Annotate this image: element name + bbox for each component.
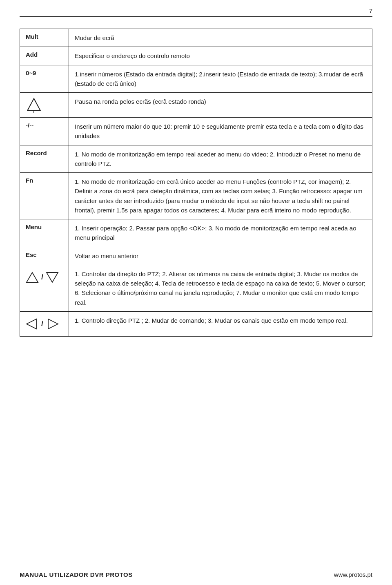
table-row: -/-- Inserir um número maior do que 10: … — [20, 118, 372, 145]
desc-text: 1. Inserir operação; 2. Passar para opçã… — [75, 225, 356, 241]
key-label: Add — [26, 51, 38, 58]
triangle-up-icon — [26, 272, 39, 283]
desc-cell: Inserir um número maior do que 10: premi… — [69, 118, 372, 145]
table-row: Add Especificar o endereço do controlo r… — [20, 47, 372, 65]
key-cell: 0~9 — [20, 65, 69, 93]
arrow-up-cell — [26, 97, 63, 113]
desc-cell: Voltar ao menu anterior — [69, 247, 372, 265]
table-row: Fn 1. No modo de monitorização em ecrã ú… — [20, 173, 372, 219]
desc-cell: 1.inserir números (Estado da entrada dig… — [69, 65, 372, 93]
slash-separator: / — [41, 319, 43, 328]
footer-right-text: www.protos.pt — [334, 571, 372, 578]
key-label: Menu — [26, 223, 42, 230]
key-cell — [20, 93, 69, 118]
desc-cell: Especificar o endereço do controlo remot… — [69, 47, 372, 65]
svg-marker-0 — [27, 98, 40, 111]
desc-text: 1. Controlo direção PTZ ; 2. Mudar de co… — [75, 317, 348, 324]
svg-marker-4 — [27, 319, 36, 329]
footer-bar: MANUAL UTILIZADOR DVR PROTOS www.protos.… — [0, 564, 392, 585]
desc-cell: 1. Controlar da direção do PTZ; 2. Alter… — [69, 265, 372, 311]
key-label: Fn — [26, 177, 33, 184]
page-wrapper: 7 Mult Mudar de ecrã Add Especificar o e… — [0, 0, 392, 585]
key-label: Esc — [26, 251, 37, 258]
footer-left-text: MANUAL UTILIZADOR DVR PROTOS — [20, 571, 133, 578]
key-cell: / — [20, 265, 69, 311]
table-row: Record 1. No modo de monitorização em te… — [20, 145, 372, 173]
table-row: Pausa na ronda pelos ecrãs (ecrã estado … — [20, 93, 372, 118]
key-cell: Menu — [20, 219, 69, 247]
lr-icons-cell: / — [26, 316, 63, 332]
desc-cell: 1. Inserir operação; 2. Passar para opçã… — [69, 219, 372, 247]
desc-cell: 1. No modo de monitorização em ecrã únic… — [69, 173, 372, 219]
page-number: 7 — [369, 7, 372, 14]
desc-text: 1. No modo de monitorização em ecrã únic… — [75, 178, 363, 214]
desc-text: 1. No modo de monitorização em tempo rea… — [75, 151, 361, 167]
key-label: Record — [26, 150, 47, 156]
triangle-down-icon — [46, 272, 59, 283]
desc-text: 1.inserir números (Estado da entrada dig… — [75, 71, 363, 87]
key-label: -/-- — [26, 122, 33, 129]
key-cell: Record — [20, 145, 69, 173]
desc-cell: Pausa na ronda pelos ecrãs (ecrã estado … — [69, 93, 372, 118]
key-cell: Esc — [20, 247, 69, 265]
tri-icons-cell: / — [26, 269, 63, 286]
desc-text: Voltar ao menu anterior — [75, 252, 138, 259]
desc-text: 1. Controlar da direção do PTZ; 2. Alter… — [75, 270, 365, 306]
key-label: Mult — [26, 33, 38, 40]
svg-marker-5 — [48, 319, 58, 329]
svg-marker-2 — [27, 272, 38, 282]
key-cell: Add — [20, 47, 69, 65]
arrow-left-icon — [26, 318, 39, 330]
arrow-right-icon — [46, 318, 59, 330]
desc-text: Inserir um número maior do que 10: premi… — [75, 123, 363, 139]
table-row: Esc Voltar ao menu anterior — [20, 247, 372, 265]
desc-cell: 1. Controlo direção PTZ ; 2. Mudar de co… — [69, 311, 372, 336]
slash-separator: / — [41, 273, 43, 281]
key-cell: Mult — [20, 29, 69, 47]
table-row: 0~9 1.inserir números (Estado da entrada… — [20, 65, 372, 93]
desc-text: Pausa na ronda pelos ecrãs (ecrã estado … — [75, 98, 206, 105]
desc-cell: 1. No modo de monitorização em tempo rea… — [69, 145, 372, 173]
svg-marker-3 — [47, 272, 58, 282]
table-row: / 1. Controlo direção PTZ ; 2. Mudar de … — [20, 311, 372, 336]
key-label: 0~9 — [26, 69, 36, 76]
table-row: / 1. Controlar da direção do PTZ; 2. Alt… — [20, 265, 372, 311]
desc-text: Mudar de ecrã — [75, 34, 114, 41]
key-cell: Fn — [20, 173, 69, 219]
table-row: Mult Mudar de ecrã — [20, 29, 372, 47]
content-area: Mult Mudar de ecrã Add Especificar o end… — [20, 29, 372, 548]
top-line — [20, 16, 372, 17]
desc-text: Especificar o endereço do controlo remot… — [75, 52, 190, 59]
arrow-up-icon — [26, 97, 42, 113]
main-table: Mult Mudar de ecrã Add Especificar o end… — [20, 29, 372, 337]
desc-cell: Mudar de ecrã — [69, 29, 372, 47]
table-row: Menu 1. Inserir operação; 2. Passar para… — [20, 219, 372, 247]
key-cell: -/-- — [20, 118, 69, 145]
key-cell: / — [20, 311, 69, 336]
